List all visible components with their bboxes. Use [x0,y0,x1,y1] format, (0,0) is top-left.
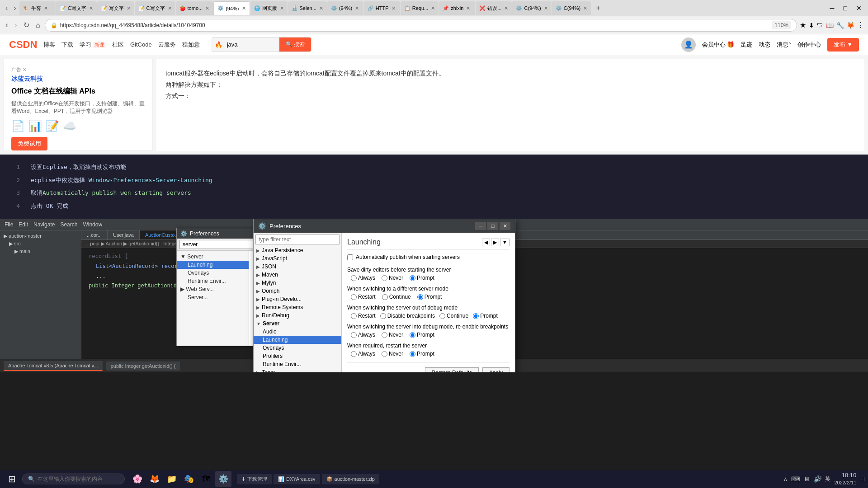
auto-publish-checkbox[interactable] [347,254,353,260]
tab-6-active[interactable]: ⚙️ (94%) ✕ [213,1,250,15]
csdn-nav-item-3[interactable]: 学习 新课 [80,41,106,49]
reenable-always[interactable]: Always [351,332,375,338]
browser-ext-icon-2[interactable]: 📖 [826,22,834,29]
switch-mode-prompt[interactable]: Prompt [417,294,442,300]
taskbar-file-3[interactable]: 📦 auction-master.zip [322,474,379,484]
taskbar-icon-1[interactable]: 🌸 [129,471,146,487]
clock-display[interactable]: 18:10 2022/2/11 [834,472,856,486]
tab-9[interactable]: ⚙️ (94%) ✕ [327,1,363,15]
restart-always[interactable]: Always [351,351,375,357]
messages[interactable]: 消息° [777,41,791,49]
small-tree-server[interactable]: ▼ Server [177,253,249,261]
small-tree-webserv[interactable]: ▶ Web Serv... [177,285,249,293]
browser-ext-icon-3[interactable]: 🔧 [836,22,844,29]
apply-button[interactable]: Apply [482,367,509,372]
tab-8-close[interactable]: ✕ [319,5,323,11]
tab-5[interactable]: 🍅 tomo... ✕ [176,1,213,15]
browser-ext-icon-4[interactable]: 🦊 [847,22,854,29]
tab-12[interactable]: 📌 zhixin ✕ [439,1,475,15]
taskbar-icon-eclipse[interactable]: ⚙️ [215,471,231,487]
restart-never[interactable]: Never [382,351,403,357]
tab-2-close[interactable]: ✕ [89,5,93,11]
back-btn[interactable]: ‹ [4,20,10,30]
download-icon[interactable]: ⬇ [809,22,814,29]
search-button[interactable]: 🔍 搜索 [279,38,311,52]
minimize-btn[interactable]: ─ [826,5,838,12]
tree-profilers[interactable]: Profilers [254,352,341,360]
dialog-maximize-btn[interactable]: □ [487,222,498,230]
save-dirty-never[interactable]: Never [382,275,403,281]
tree-overlays[interactable]: Overlays [254,344,341,352]
tree-audio[interactable]: Audio [254,328,341,336]
switch-debug-restart[interactable]: Restart [351,313,376,319]
tab-13[interactable]: ❌ 错误... ✕ [476,1,512,15]
small-tree-server2[interactable]: Server... [177,293,249,301]
footprint[interactable]: 足迹 [741,41,752,49]
search-input[interactable] [225,38,279,51]
panel-back-btn[interactable]: ◀ [482,239,490,246]
tab-15[interactable]: ⚙️ C(94%) ✕ [552,1,591,15]
browser-more-icon[interactable]: ⋮ [857,21,864,29]
eclipse-search-menu[interactable]: Search [60,221,77,228]
eclipse-edit-menu[interactable]: Edit [19,221,28,228]
tab-11[interactable]: 📋 Requ... ✕ [401,1,439,15]
tab-4[interactable]: 📝 C写文字 ✕ [135,1,175,15]
dialog-close-btn[interactable]: ✕ [500,222,510,230]
tab-6-close[interactable]: ✕ [242,5,246,11]
tree-launching[interactable]: Launching [254,336,341,344]
taskbar-search-box[interactable]: 🔍 [22,474,125,484]
tray-volume-icon[interactable]: 🔊 [814,475,821,483]
tab-14-close[interactable]: ✕ [544,5,548,11]
member-center[interactable]: 会员中心 🎁 [702,41,735,49]
tab-3[interactable]: 📝 写文字 ✕ [97,1,134,15]
tab-forward-btn[interactable]: › [11,4,19,12]
publish-button[interactable]: 发布 ▼ [827,38,859,52]
reenable-never[interactable]: Never [382,332,403,338]
switch-debug-continue[interactable]: Continue [439,313,468,319]
taskbar-icon-files[interactable]: 📁 [164,471,180,487]
eclipse-file-menu[interactable]: File [5,221,13,228]
switch-mode-continue[interactable]: Continue [382,294,411,300]
console-tab[interactable]: public Integer getAuctionid() { [106,361,180,371]
tab-2[interactable]: 📝 C写文字 ✕ [56,1,97,15]
csdn-nav-item-4[interactable]: 社区 [112,41,124,49]
tab-8[interactable]: 🔬 Selen... ✕ [288,1,327,15]
tab-12-close[interactable]: ✕ [466,5,470,11]
reenable-prompt[interactable]: Prompt [410,332,434,338]
notification-icon[interactable]: □ [860,475,864,483]
switch-debug-prompt[interactable]: Prompt [473,313,498,319]
taskbar-file-2[interactable]: 📊 DXYArea.csv [274,474,320,484]
new-tab-btn[interactable]: + [593,4,604,13]
taskbar-icon-firefox[interactable]: 🦊 [146,471,163,487]
taskbar-icon-5[interactable]: 🗺 [198,471,214,487]
tab-1-close[interactable]: ✕ [44,5,48,11]
file-tree-item-3[interactable]: ▶ main [0,248,81,255]
taskbar-file-1[interactable]: ⬇ 下载管理 [237,474,272,484]
dynamic[interactable]: 动态 [759,41,770,49]
tab-7-close[interactable]: ✕ [280,5,284,11]
tab-4-close[interactable]: ✕ [168,5,172,11]
restart-prompt[interactable]: Prompt [410,351,434,357]
tree-json[interactable]: ▶ JSON [254,263,341,271]
refresh-btn[interactable]: ↻ [22,21,31,29]
tab-3-close[interactable]: ✕ [127,5,131,11]
home-btn[interactable]: ⌂ [34,21,42,29]
csdn-logo[interactable]: CSDN [9,39,37,51]
tab-5-close[interactable]: ✕ [205,5,209,11]
tree-maven[interactable]: ▶ Maven [254,271,341,279]
tree-mylyn[interactable]: ▶ Mylyn [254,279,341,287]
dialog-minimize-btn[interactable]: ─ [475,222,486,230]
tab-10-close[interactable]: ✕ [392,5,396,11]
panel-menu-btn[interactable]: ▼ [500,239,509,246]
tab-15-close[interactable]: ✕ [583,5,587,11]
switch-mode-restart[interactable]: Restart [351,294,376,300]
ad-trial-btn[interactable]: 免费试用 [11,137,47,150]
avatar[interactable]: 👤 [681,38,696,52]
tree-java-persistence[interactable]: ▶ Java Persistence [254,246,341,254]
csdn-nav-item-6[interactable]: 云服务 [158,41,176,49]
small-tree-runtime[interactable]: Runtime Envir... [177,277,249,285]
save-dirty-always[interactable]: Always [351,275,375,281]
csdn-search-box[interactable]: 🔥 🔍 搜索 [212,37,311,52]
tab-10[interactable]: 🔗 HTTP ✕ [364,1,400,15]
close-btn[interactable]: ✕ [853,5,865,12]
